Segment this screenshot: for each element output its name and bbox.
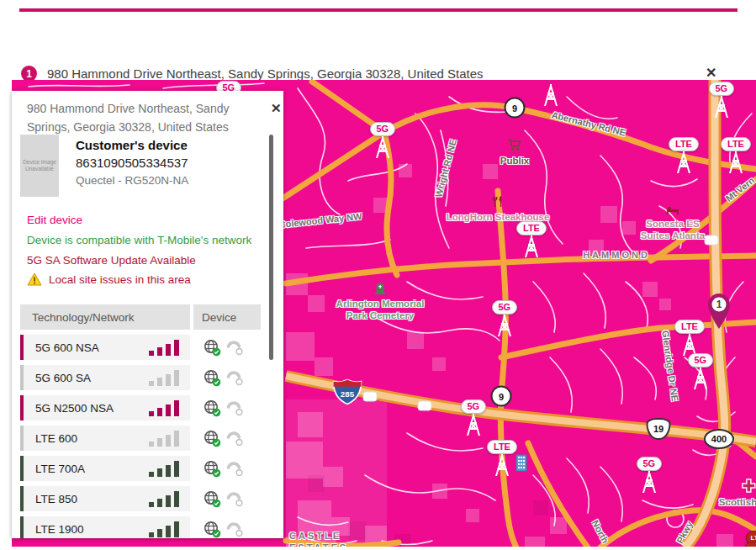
device-support-icons — [204, 456, 262, 481]
device-support-icons — [204, 365, 262, 390]
cell-tower-icon — [691, 368, 710, 389]
restaurant-icon — [493, 196, 504, 211]
cart-icon — [508, 139, 521, 155]
table-row: LTE 1900 — [20, 516, 190, 538]
data-supported-icon — [204, 460, 221, 478]
technology-label: LTE 850 — [35, 493, 77, 505]
signal-bars-icon — [149, 369, 182, 386]
building-icon — [514, 453, 529, 475]
cell-tower-icon — [373, 136, 392, 158]
table-header-device: Device — [193, 304, 261, 330]
poi-label: Scottish Rite — [719, 496, 756, 508]
software-update-status: 5G SA Software Update Available — [27, 254, 196, 267]
poi-tombstone[interactable]: Arlington MemorialPark Cemetery — [336, 282, 425, 321]
device-imei: 8631090505334537 — [76, 156, 188, 170]
cell-tower-icon — [727, 151, 745, 173]
signal-bars-icon — [149, 521, 182, 537]
5g-site-marker[interactable]: 5G — [370, 122, 396, 158]
poi-bed[interactable]: Sonesta ESSuites Atlanta — [641, 203, 705, 241]
poi-label: Sonesta ESSuites Atlanta — [641, 218, 705, 241]
device-image-placeholder: Device Image Unavailable — [20, 135, 59, 197]
local-issues-text: Local site issues in this area — [49, 273, 191, 286]
cell-tower-icon — [464, 414, 483, 436]
device-title: Customer's device — [76, 138, 188, 152]
panel-scrollbar[interactable] — [269, 135, 273, 360]
cell-tower-icon — [522, 235, 541, 257]
data-supported-icon — [204, 369, 221, 387]
table-row: 5G N2500 NSA — [20, 395, 190, 420]
lte-alert-site-marker[interactable]: LTE — [744, 542, 756, 547]
data-supported-icon — [204, 339, 221, 357]
coverage-check-app: 1 980 Hammond Drive Northeast, Sandy Spr… — [0, 0, 756, 550]
signal-bars-icon — [149, 430, 182, 447]
local-issues-row: Local site issues in this area — [27, 272, 191, 286]
signal-bars-icon — [149, 339, 182, 356]
voice-unsupported-icon — [226, 521, 244, 538]
5g-site-marker[interactable]: 5G — [492, 300, 518, 336]
voice-unsupported-icon — [226, 490, 244, 508]
cross-icon — [741, 479, 755, 496]
bed-icon — [666, 203, 679, 218]
voice-unsupported-icon — [226, 369, 244, 387]
poi-label: Publix — [500, 155, 530, 167]
voice-unsupported-icon — [226, 399, 244, 417]
poi-label: Arlington MemorialPark Cemetery — [336, 298, 425, 321]
technology-label: 5G N2500 NSA — [35, 402, 114, 415]
address-pin-marker[interactable]: 1 — [706, 293, 732, 333]
device-support-icons — [204, 486, 262, 511]
technology-label: LTE 600 — [35, 432, 77, 445]
data-supported-icon — [204, 521, 221, 538]
table-row: LTE 700A — [20, 456, 190, 481]
lte-site-marker[interactable]: LTE — [516, 221, 547, 257]
technology-label: LTE 700A — [35, 463, 85, 475]
svg-text:1: 1 — [716, 299, 722, 310]
route-shield-285: 285 — [331, 379, 363, 409]
table-row: 5G 600 NSA — [20, 335, 190, 360]
lte-site-marker[interactable]: LTE — [487, 440, 517, 476]
cell-tower-marker[interactable] — [542, 84, 560, 106]
address-text: 980 Hammond Drive Northeast, Sandy Sprin… — [47, 66, 484, 81]
technology-label: 5G 600 NSA — [35, 341, 99, 354]
technology-label: 5G 600 SA — [35, 372, 91, 384]
device-support-icons — [204, 426, 262, 451]
technology-label: LTE 1900 — [35, 523, 84, 536]
poi-restaurant[interactable]: LongHorn Steakhouse — [447, 196, 550, 223]
voice-unsupported-icon — [226, 430, 244, 447]
cell-tower-icon — [542, 84, 560, 106]
edit-device-link[interactable]: Edit device — [27, 214, 82, 226]
close-icon[interactable]: ✕ — [706, 65, 716, 81]
5g-site-marker[interactable]: 5G — [637, 457, 663, 493]
district-label: CASTLE — [289, 531, 341, 541]
data-supported-icon — [204, 399, 221, 417]
compatibility-status: Device is compatible with T-Mobile's net… — [27, 234, 251, 246]
device-support-icons — [204, 395, 262, 420]
table-row: 5G 600 SA — [20, 365, 190, 390]
panel-close-icon[interactable]: ✕ — [271, 101, 282, 116]
5g-site-marker[interactable]: 5G — [461, 399, 487, 436]
cell-tower-icon — [493, 454, 511, 476]
signal-bars-icon — [149, 399, 182, 416]
5g-site-marker[interactable]: 5G — [709, 82, 735, 118]
route-shield-400: 400 — [704, 429, 734, 449]
district-label: ESTATES — [289, 542, 348, 547]
device-detail-panel: 980 Hammond Drive Northeast, Sandy Sprin… — [12, 91, 283, 538]
route-shield-9: 9 — [491, 386, 512, 407]
address-bar: 1 980 Hammond Drive Northeast, Sandy Spr… — [0, 30, 756, 57]
cell-tower-icon — [712, 96, 731, 118]
table-row: LTE 850 — [20, 486, 190, 511]
table-header-technology: Technology/Network — [20, 304, 190, 330]
device-support-icons — [204, 516, 262, 538]
data-supported-icon — [204, 430, 221, 447]
lte-site-marker[interactable]: LTE — [669, 137, 699, 173]
poi-cart[interactable]: Publix — [500, 139, 530, 167]
poi-cross[interactable]: Scottish Rite — [719, 479, 756, 508]
device-model: Quectel - RG520N-NA — [76, 174, 188, 187]
cell-tower-icon — [495, 315, 514, 336]
5g-site-marker[interactable]: 5G — [688, 353, 714, 389]
signal-bars-icon — [149, 460, 182, 477]
lte-site-marker[interactable]: LTE — [674, 320, 705, 356]
cell-tower-icon — [640, 471, 658, 493]
lte-site-marker[interactable]: LTE — [721, 137, 751, 173]
panel-address-line1: 980 Hammond Drive Northeast, Sandy — [27, 102, 229, 115]
warning-icon — [27, 272, 42, 286]
